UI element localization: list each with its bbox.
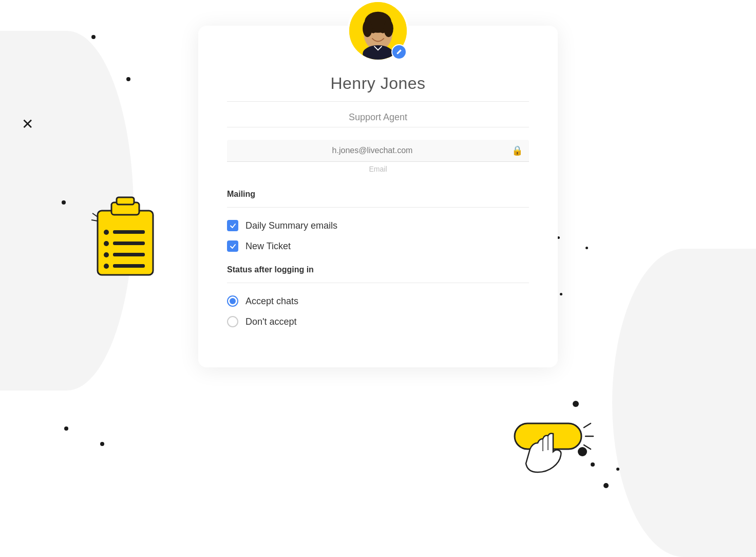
svg-line-14 (584, 423, 591, 428)
radio-inner-accept-chats (230, 298, 236, 304)
mailing-section-title: Mailing (227, 190, 529, 199)
decorative-dot (126, 77, 130, 81)
decorative-dot (616, 468, 619, 471)
status-divider (227, 283, 529, 283)
svg-rect-8 (113, 253, 145, 256)
role-divider (227, 127, 529, 127)
decorative-dot (100, 442, 104, 446)
svg-rect-6 (113, 242, 145, 245)
status-section: Status after logging in Accept chats Don… (227, 265, 529, 337)
decorative-dot (62, 200, 66, 205)
radio-row-accept-chats: Accept chats (227, 295, 529, 307)
svg-rect-10 (113, 264, 145, 268)
mailing-divider (227, 207, 529, 208)
name-divider (227, 101, 529, 102)
email-field-container: h.jones@livechat.com 🔒 Email (227, 140, 529, 173)
svg-point-24 (371, 28, 375, 33)
profile-role: Support Agent (349, 112, 407, 123)
lock-icon: 🔒 (512, 145, 523, 156)
svg-point-7 (104, 252, 109, 257)
bg-blob-right (612, 249, 756, 557)
avatar-container (347, 0, 409, 62)
svg-point-9 (104, 264, 109, 269)
decorative-dot (91, 35, 96, 39)
decorative-plus: ✕ (22, 117, 33, 132)
svg-point-22 (363, 20, 372, 38)
hand-button-illustration (504, 408, 587, 475)
profile-card: Henry Jones Support Agent h.jones@livech… (198, 26, 558, 367)
clipboard-illustration (90, 195, 157, 272)
radio-dont-accept[interactable] (227, 316, 238, 327)
profile-name: Henry Jones (330, 74, 425, 93)
decorative-dot (603, 483, 609, 488)
svg-rect-2 (117, 197, 134, 205)
checkbox-row-new-ticket: New Ticket (227, 240, 529, 252)
svg-point-25 (381, 28, 385, 33)
edit-avatar-button[interactable] (391, 44, 407, 60)
radio-row-dont-accept: Don't accept (227, 316, 529, 327)
svg-line-12 (91, 220, 98, 221)
svg-line-16 (584, 445, 591, 449)
daily-summary-label: Daily Summary emails (245, 220, 337, 231)
dont-accept-label: Don't accept (245, 317, 297, 327)
svg-point-3 (104, 230, 109, 235)
svg-point-23 (384, 20, 393, 38)
decorative-dot (560, 293, 562, 295)
new-ticket-label: New Ticket (245, 241, 291, 252)
checkbox-row-daily-summary: Daily Summary emails (227, 220, 529, 231)
decorative-dot (64, 426, 68, 431)
accept-chats-label: Accept chats (245, 296, 298, 307)
decorative-dot (585, 247, 588, 249)
checkbox-daily-summary[interactable] (227, 220, 238, 231)
checkbox-new-ticket[interactable] (227, 240, 238, 252)
email-value: h.jones@livechat.com (233, 146, 512, 155)
email-label: Email (227, 165, 529, 173)
decorative-dot (573, 401, 579, 407)
email-row: h.jones@livechat.com 🔒 (227, 140, 529, 162)
radio-accept-chats[interactable] (227, 295, 238, 307)
svg-point-5 (104, 241, 109, 246)
status-section-title: Status after logging in (227, 265, 529, 274)
svg-rect-4 (113, 230, 145, 234)
